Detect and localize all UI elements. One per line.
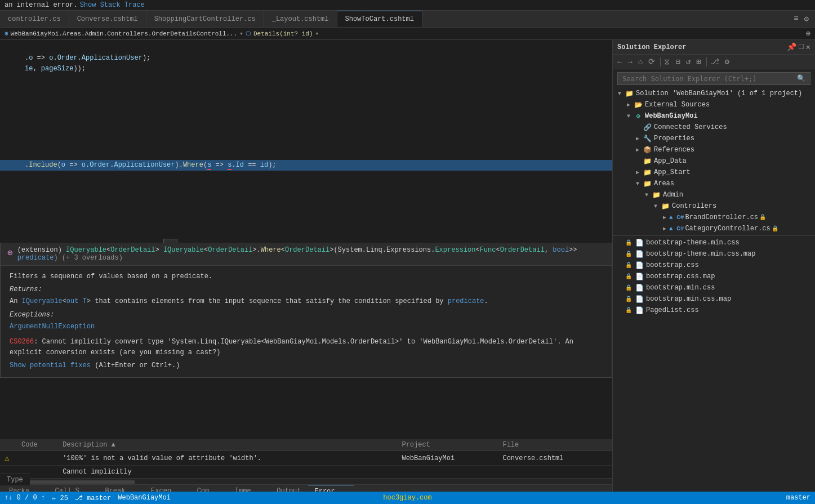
- tab-show-to-cart[interactable]: ShowToCart.cshtml: [337, 11, 422, 27]
- lock-5: 🔒: [625, 284, 632, 291]
- tree-controllers[interactable]: ▼ 📁 Controllers: [613, 200, 815, 212]
- se-sync-button[interactable]: ⟳: [646, 56, 657, 68]
- breadcrumb-add-button[interactable]: ⊕: [806, 29, 810, 38]
- tree-admin[interactable]: ▼ 📁 Admin: [613, 189, 815, 200]
- lock-6: 🔒: [625, 296, 632, 302]
- lock-7: 🔒: [625, 307, 632, 314]
- code-line-9: [0, 128, 612, 139]
- project-chevron: ▼: [624, 113, 633, 119]
- tab-shopping-cart[interactable]: ShoppingCartController.cs: [146, 11, 264, 27]
- tab-controller[interactable]: controller.cs: [0, 11, 69, 27]
- col-description[interactable]: Description ▲: [58, 439, 397, 451]
- status-watermark: hoc3giay.com: [383, 494, 431, 502]
- tree-app-start[interactable]: ▶ 📁 App_Start: [613, 167, 815, 178]
- se-search-input[interactable]: [622, 75, 797, 83]
- admin-label: Admin: [663, 191, 683, 199]
- brand-controller-lock: 🔒: [759, 214, 766, 221]
- bootstrap-theme-min-css-map-label: bootstrap-theme.min.css.map: [646, 250, 755, 258]
- table-row[interactable]: ⚠ '100%' is not a valid value of attribu…: [0, 451, 612, 466]
- status-errors-count[interactable]: ↑↓ 0 / 0 ↑: [5, 494, 45, 502]
- tab-settings-button[interactable]: ⚙: [803, 14, 810, 24]
- tree-bootstrap-min-css-map[interactable]: 🔒 📄 bootstrap.min.css.map: [613, 293, 815, 305]
- code-line-10: [0, 139, 612, 149]
- code-line-6: [0, 96, 612, 106]
- tree-areas[interactable]: ▼ 📁 Areas: [613, 178, 815, 189]
- se-filter-button[interactable]: ⧖: [662, 56, 672, 68]
- table-row-2[interactable]: Cannot implicitly: [0, 466, 612, 479]
- row-code: [17, 451, 58, 466]
- tree-bootstrap-theme-min-css-map[interactable]: 🔒 📄 bootstrap-theme.min.css.map: [613, 248, 815, 260]
- tree-brand-controller[interactable]: ▶ ▲ C# BrandController.cs 🔒: [613, 212, 815, 223]
- code-line-11: [0, 149, 612, 160]
- returns-text: An IQueryable<out T> that contains eleme…: [10, 296, 603, 307]
- se-git-button[interactable]: ⎇: [708, 56, 722, 68]
- external-sources-label: External Sources: [645, 101, 710, 109]
- status-bar-right: master: [786, 494, 810, 502]
- intellisense-body: Filters a sequence of values based on a …: [1, 266, 612, 377]
- se-home-button[interactable]: ⌂: [636, 56, 645, 68]
- breadcrumb-path[interactable]: WebBanGiayMoi.Areas.Admin.Controllers.Or…: [11, 30, 238, 37]
- tree-bootstrap-theme-min-css[interactable]: 🔒 📄 bootstrap-theme.min.css: [613, 237, 815, 248]
- css-icon-6: 📄: [634, 295, 644, 304]
- se-view-button[interactable]: ⊞: [694, 56, 703, 68]
- se-collapse-button[interactable]: ⊟: [673, 56, 682, 68]
- se-close-button[interactable]: ✕: [806, 42, 810, 52]
- show-stack-trace-link[interactable]: Show Stack Trace: [80, 1, 145, 9]
- se-maximize-button[interactable]: □: [799, 42, 803, 52]
- properties-label: Properties: [654, 135, 694, 142]
- tree-project[interactable]: ▼ ⚙ WebBanGiayMoi: [613, 110, 815, 122]
- tree-properties[interactable]: ▶ 🔧 Properties: [613, 133, 815, 144]
- tree-connected-services[interactable]: 🔗 Connected Services: [613, 122, 815, 133]
- tree-external-sources[interactable]: ▶ 📂 External Sources: [613, 99, 815, 110]
- se-settings-button[interactable]: ⚙: [723, 56, 732, 68]
- tree-category-controller[interactable]: ▶ ▲ C# CategoryController.cs 🔒: [613, 223, 815, 234]
- code-line-error[interactable]: .Include(o => o.Order.ApplicationUser).W…: [0, 160, 612, 171]
- se-pin-button[interactable]: 📌: [787, 42, 796, 52]
- type-indicator: Type: [0, 474, 30, 485]
- se-forward-button[interactable]: →: [625, 56, 634, 68]
- se-header: Solution Explorer 📌 □ ✕: [613, 40, 815, 55]
- h-scroll-thumb[interactable]: [23, 480, 135, 484]
- references-label: References: [654, 146, 694, 154]
- project-icon: ⚙: [633, 112, 643, 121]
- tab-actions: ≡ ⚙: [787, 14, 815, 24]
- admin-icon: 📁: [651, 191, 661, 199]
- col-file[interactable]: File: [498, 439, 612, 451]
- col-code[interactable]: Code: [17, 439, 58, 451]
- properties-chevron: ▶: [633, 135, 642, 142]
- intellisense-header: ⊕ (extension) IQueryable<OrderDetail> IQ…: [1, 243, 612, 266]
- status-branch-icon: ⎇ master: [75, 494, 111, 502]
- tree-bootstrap-min-css[interactable]: 🔒 📄 bootstrap.min.css: [613, 282, 815, 293]
- tree-bootstrap-css-map[interactable]: 🔒 📄 bootstrap.css.map: [613, 271, 815, 282]
- tree-app-data[interactable]: 📁 App_Data: [613, 155, 815, 167]
- col-project[interactable]: Project: [397, 439, 498, 451]
- lock-4: 🔒: [625, 273, 632, 280]
- method-signature: (extension) IQueryable<OrderDetail> IQue…: [17, 246, 605, 262]
- se-refresh-button[interactable]: ↺: [684, 56, 693, 68]
- app-start-icon: 📁: [642, 168, 652, 177]
- solution-label: Solution 'WebBanGiayMoi' (1 of 1 project…: [636, 90, 802, 97]
- row-file: Converse.cshtml: [498, 451, 612, 466]
- tab-overflow-button[interactable]: ≡: [792, 14, 800, 24]
- tree-bootstrap-css[interactable]: 🔒 📄 bootstrap.css: [613, 260, 815, 271]
- editor-area: .o => o.Order.ApplicationUser); ie, page…: [0, 40, 612, 498]
- tab-layout[interactable]: _Layout.cshtml: [264, 11, 337, 27]
- errors-table: Code Description ▲ Project File ⚠ '100%'…: [0, 439, 612, 479]
- tree-references[interactable]: ▶ 📦 References: [613, 144, 815, 155]
- tree-solution[interactable]: ▼ 📁 Solution 'WebBanGiayMoi' (1 of 1 pro…: [613, 88, 815, 99]
- show-fixes[interactable]: Show potential fixes (Alt+Enter or Ctrl+…: [10, 360, 603, 371]
- tree-pagedlist-css[interactable]: 🔒 📄 PagedList.css: [613, 305, 815, 316]
- se-search-box[interactable]: 🔍: [617, 72, 810, 85]
- bootstrap-min-css-map-label: bootstrap.min.css.map: [646, 295, 731, 303]
- category-controller-lock: 🔒: [772, 225, 778, 232]
- tab-bar: controller.cs Converse.cshtml ShoppingCa…: [0, 11, 815, 28]
- horizontal-scrollbar[interactable]: [0, 479, 612, 484]
- lock-2: 🔒: [625, 251, 632, 257]
- se-back-button[interactable]: ←: [615, 56, 624, 68]
- se-tree[interactable]: ▼ 📁 Solution 'WebBanGiayMoi' (1 of 1 pro…: [613, 88, 815, 498]
- tab-converse[interactable]: Converse.cshtml: [69, 11, 146, 27]
- row-icon: ⚠: [0, 451, 17, 466]
- breadcrumb-method[interactable]: Details(int? id): [253, 30, 313, 37]
- pagedlist-css-label: PagedList.css: [646, 306, 699, 314]
- css-icon-3: 📄: [634, 261, 644, 270]
